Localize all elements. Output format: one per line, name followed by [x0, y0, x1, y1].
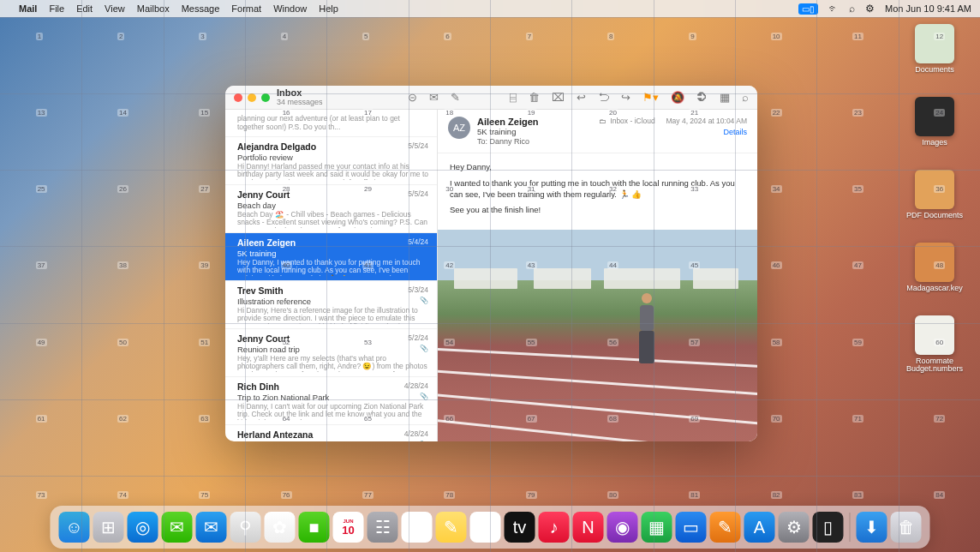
message-list-item[interactable]: Jenny Court5/2/24Reunion road tripHey, y… [225, 329, 437, 377]
dock-item-mail[interactable]: ✉ [196, 512, 227, 543]
dock-item-news[interactable]: N [573, 512, 604, 543]
message-details-link[interactable]: Details [599, 128, 747, 136]
dock-item-downloads[interactable]: ⬇ [857, 512, 887, 543]
grid-cell-label: 2 [117, 33, 124, 40]
dock-item-trash[interactable]: 🗑 [891, 512, 922, 543]
search-icon[interactable]: ⌕ [742, 91, 749, 104]
menu-window[interactable]: Window [273, 3, 307, 14]
wifi-icon[interactable]: ᯤ [828, 3, 839, 15]
desktop-icon[interactable]: Roommate Budget.numbers [905, 315, 965, 375]
filter-icon[interactable]: ⊝ [408, 91, 417, 104]
grid-cell-label: 51 [199, 339, 210, 346]
read-icon[interactable]: ✉ [429, 91, 439, 104]
mute-icon[interactable]: 🔕 [671, 91, 684, 104]
grid-cell-label: 27 [199, 185, 210, 193]
grid-cell-label: 39 [199, 261, 210, 269]
menu-message[interactable]: Message [182, 3, 220, 14]
message-list-item[interactable]: Rich Dinh4/28/24Trip to Zion National Pa… [225, 377, 437, 425]
grid-cell-label: 9 [689, 33, 696, 40]
menu-mailbox[interactable]: Mailbox [137, 3, 170, 14]
menu-format[interactable]: Format [231, 3, 261, 14]
desktop-icon-label: Images [922, 139, 947, 147]
dock-item-music[interactable]: ♪ [539, 512, 570, 543]
mail-titlebar[interactable]: Inbox 34 messages ⊝ ✉ ✎ ⌸ 🗑 ⌧ ↩ ⮌ ↪ ⚑▾ 🔕… [225, 86, 757, 110]
grid-cell-label: 26 [117, 185, 128, 193]
control-center-icon[interactable]: ⚙ [865, 3, 875, 15]
archive-icon[interactable]: ⌸ [510, 91, 517, 104]
dock-item-launchpad[interactable]: ⊞ [93, 512, 124, 543]
dock-item-maps[interactable]: ⚲ [230, 512, 261, 543]
dock-item-appstore[interactable]: A [744, 512, 775, 543]
menubar-app-name[interactable]: Mail [19, 3, 37, 14]
message-list-item[interactable]: Jenny Court5/5/24Beach dayBeach Day 🏖️ -… [225, 185, 437, 233]
reply-icon[interactable]: ↩ [577, 91, 586, 104]
dock-item-pages[interactable]: ✎ [710, 512, 741, 543]
message-item-sender: Jenny Court [237, 189, 428, 200]
sender-avatar[interactable]: AZ [448, 117, 470, 139]
forward-icon[interactable]: ↪ [621, 91, 630, 104]
message-list[interactable]: planning our next adventure (or at least… [225, 110, 438, 441]
menu-view[interactable]: View [105, 3, 125, 14]
menu-file[interactable]: File [49, 3, 64, 14]
message-list-item[interactable]: planning our next adventure (or at least… [225, 110, 437, 137]
message-list-item[interactable]: Trev Smith5/3/24Illustration referenceHi… [225, 281, 437, 329]
dock-item-settings[interactable]: ⚙ [779, 512, 810, 543]
message-attachment-image[interactable] [438, 230, 757, 441]
desktop-icon[interactable]: PDF Documents [905, 170, 965, 220]
dock-item-keynote[interactable]: ▭ [676, 512, 707, 543]
grid-cell-label: 84 [934, 491, 945, 499]
message-list-item[interactable]: Alejandra Delgado5/5/24Portfolio reviewH… [225, 137, 437, 185]
window-zoom-button[interactable] [261, 93, 270, 102]
dock-item-iphone-mirror[interactable]: ▯ [813, 512, 844, 543]
desktop-icon[interactable]: Madagascar.key [905, 243, 965, 293]
message-item-subject: Illustration reference [237, 297, 428, 306]
grid-cell-label: 83 [852, 491, 863, 499]
tag-icon[interactable]: ▦ [720, 91, 730, 104]
grid-cell-label: 8 [607, 33, 614, 40]
menu-help[interactable]: Help [319, 3, 338, 14]
dock-item-freeform[interactable]: ⬡ [470, 512, 501, 543]
screen-mirroring-icon[interactable]: ▭▯ [798, 3, 818, 15]
dock-item-numbers[interactable]: ▦ [642, 512, 672, 543]
message-item-date: 5/3/24 [408, 285, 428, 294]
message-content-pane: AZ Aileen Zeigen 5K training To: Danny R… [438, 110, 757, 441]
dock-item-reminders[interactable]: ☰ [402, 512, 433, 543]
dock-item-messages[interactable]: ✉ [162, 512, 193, 543]
menu-edit[interactable]: Edit [76, 3, 93, 14]
message-item-subject: Beach day [237, 201, 428, 210]
reply-all-icon[interactable]: ⮌ [598, 91, 609, 104]
message-list-item[interactable]: Herland Antezana4/28/24ResumeI've attach… [225, 425, 437, 441]
desktop-icons-column: DocumentsImagesPDF DocumentsMadagascar.k… [905, 24, 965, 374]
message-item-subject: Portfolio review [237, 153, 428, 162]
move-icon[interactable]: ⮊ [696, 91, 708, 104]
desktop-icon[interactable]: Documents [905, 24, 965, 75]
dock-item-tv[interactable]: tv [505, 512, 535, 543]
window-close-button[interactable] [234, 93, 242, 102]
dock-item-facetime[interactable]: ■ [299, 512, 330, 543]
compose-icon[interactable]: ✎ [451, 91, 460, 104]
window-minimize-button[interactable] [248, 93, 256, 102]
dock-item-calendar[interactable]: JUN10 [333, 512, 364, 543]
message-to-label: To: [477, 137, 487, 146]
flag-icon[interactable]: ⚑▾ [642, 91, 659, 104]
window-traffic-lights [234, 93, 270, 102]
dock-item-safari[interactable]: ◎ [128, 512, 158, 543]
message-item-preview: Hi Danny, I can't wait for our upcoming … [237, 403, 428, 420]
message-list-item[interactable]: Aileen Zeigen5/4/245K trainingHey Danny,… [225, 233, 437, 281]
junk-icon[interactable]: ⌧ [552, 91, 565, 104]
dock: ☺⊞◎✉✉⚲✿■JUN10☷☰✎⬡tv♪N◉▦▭✎A⚙▯⬇🗑 [51, 506, 930, 549]
grid-cell-label: 1 [36, 33, 43, 40]
menubar-clock[interactable]: Mon Jun 10 9:41 AM [885, 3, 971, 14]
message-body-text: Hey Danny, I wanted to thank you for put… [438, 153, 757, 230]
dock-item-finder[interactable]: ☺ [59, 512, 90, 543]
desktop-icon[interactable]: Images [905, 97, 965, 147]
dock-item-podcasts[interactable]: ◉ [607, 512, 638, 543]
spotlight-icon[interactable]: ⌕ [849, 3, 855, 15]
message-item-sender: Alejandra Delgado [237, 141, 428, 152]
dock-item-photos[interactable]: ✿ [265, 512, 296, 543]
message-timestamp: May 4, 2024 at 10:04 AM [666, 117, 747, 125]
delete-icon[interactable]: 🗑 [529, 91, 540, 104]
dock-item-contacts[interactable]: ☷ [368, 512, 398, 543]
dock-item-notes[interactable]: ✎ [436, 512, 467, 543]
grid-cell-label: 79 [526, 491, 537, 499]
